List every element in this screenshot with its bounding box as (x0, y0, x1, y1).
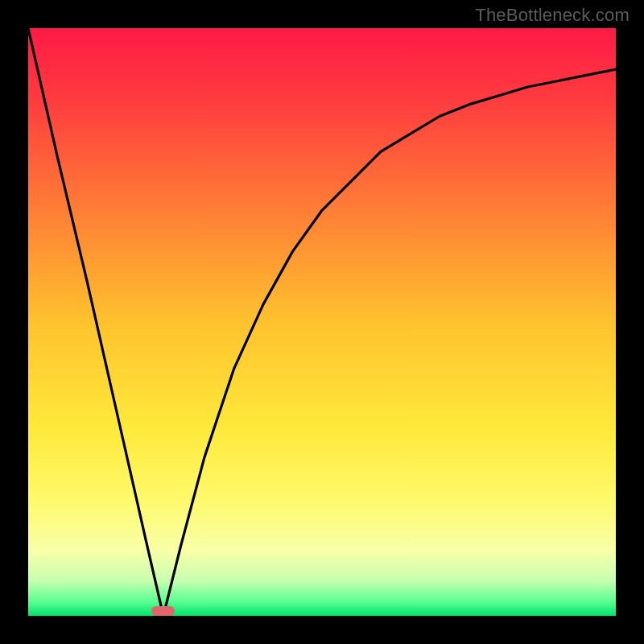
gradient-rect (28, 28, 616, 616)
bottleneck-svg (28, 28, 616, 616)
plot-area (28, 28, 616, 616)
optimum-marker (151, 606, 175, 616)
chart-frame: TheBottleneck.com (0, 0, 644, 644)
attribution-text: TheBottleneck.com (475, 5, 630, 26)
